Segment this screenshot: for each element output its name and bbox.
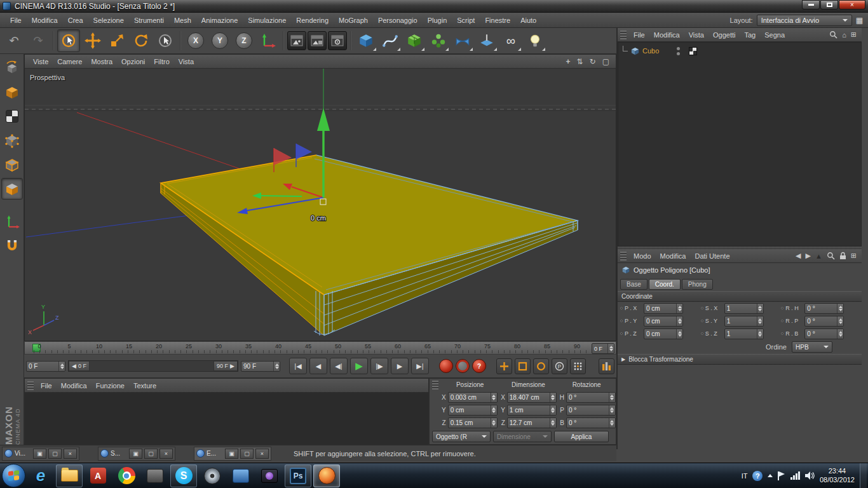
anim-dot[interactable] <box>781 307 783 309</box>
viewport-menu-item[interactable]: Filtro <box>149 58 173 65</box>
help-tray-icon[interactable]: ? <box>752 471 763 481</box>
material-list-area[interactable] <box>25 393 428 444</box>
position-x-field[interactable]: 0.003 cm <box>448 392 498 403</box>
render-settings-button[interactable] <box>328 31 347 50</box>
live-selection-button[interactable] <box>57 29 80 52</box>
coord-mode-select[interactable]: Oggetto (R <box>432 431 491 442</box>
rotation-h-field[interactable]: 0 ° <box>566 392 616 403</box>
record-point-level-toggle[interactable] <box>570 358 586 374</box>
py-field[interactable]: 0 cm <box>644 316 683 327</box>
window-app-icon[interactable] <box>227 464 254 487</box>
undock-button[interactable]: ▣ <box>225 449 238 459</box>
rotation-p-field[interactable]: 0 ° <box>566 405 616 416</box>
move-tool-button[interactable] <box>81 29 104 52</box>
zoom-view-icon[interactable]: ⇅ <box>577 57 583 66</box>
maximize-panel-button[interactable]: ▢ <box>48 449 62 459</box>
keyframe-selection-button[interactable]: ? <box>472 359 486 373</box>
current-frame-field[interactable]: 0 F <box>26 361 65 372</box>
new-panel-icon[interactable]: ⊞ <box>851 252 857 260</box>
menu-item[interactable]: Selezione <box>88 13 129 27</box>
range-start-handle[interactable]: ◀0 F <box>69 361 90 371</box>
rotate-view-icon[interactable]: ↻ <box>590 57 596 66</box>
viewport-menu-item[interactable]: Vista <box>174 58 198 65</box>
cinema4d-taskbar-icon[interactable] <box>313 464 340 487</box>
menu-item[interactable]: Crea <box>63 13 88 27</box>
texture-mode-button[interactable] <box>1 105 23 127</box>
anim-dot[interactable] <box>701 307 703 309</box>
object-menu-item[interactable]: Segna <box>760 31 789 39</box>
search-icon[interactable] <box>829 30 837 39</box>
menu-item[interactable]: Mesh <box>169 13 196 27</box>
size-x-field[interactable]: 18.407 cm <box>507 392 557 403</box>
object-name[interactable]: Cubo <box>642 47 659 55</box>
layout-grid-button[interactable]: ▦ <box>856 16 863 25</box>
size-z-field[interactable]: 12.7 cm <box>507 417 557 428</box>
goto-start-button[interactable]: |◀ <box>289 358 307 374</box>
record-keyframe-button[interactable] <box>439 359 453 373</box>
menu-item[interactable]: Script <box>452 13 480 27</box>
object-menu-item[interactable]: Modifica <box>649 31 684 39</box>
ordine-select[interactable]: HPB <box>792 341 832 353</box>
rotate-tool-button[interactable] <box>130 29 153 52</box>
home-icon[interactable]: ⌂ <box>842 31 846 39</box>
docked-window-tab[interactable]: S... ▣ ▢ × <box>98 447 175 461</box>
last-tool-button[interactable] <box>154 29 177 52</box>
undock-button[interactable]: ▣ <box>33 449 46 459</box>
next-key-button[interactable]: ▶ <box>391 358 409 374</box>
maximize-panel-button[interactable]: ▢ <box>240 449 254 459</box>
rb-field[interactable]: 0 ° <box>804 329 844 339</box>
model-mode-button[interactable] <box>1 81 23 103</box>
action-center-flag-icon[interactable] <box>778 471 785 480</box>
anim-dot[interactable] <box>781 320 783 322</box>
panel-grip[interactable] <box>620 252 627 261</box>
menu-item[interactable]: Finestre <box>480 13 515 27</box>
network-icon[interactable] <box>790 471 800 480</box>
previous-key-button[interactable]: ◀ <box>309 358 327 374</box>
snap-magnet-button[interactable] <box>1 235 23 257</box>
close-panel-button[interactable]: × <box>255 449 269 459</box>
anim-dot[interactable] <box>781 332 783 335</box>
material-menu-item[interactable]: File <box>36 382 57 390</box>
rotation-b-field[interactable]: 0 ° <box>566 417 616 428</box>
show-desktop-button[interactable] <box>860 463 867 488</box>
end-frame-field[interactable]: 90 F <box>241 361 280 372</box>
visibility-dots[interactable] <box>677 47 680 55</box>
panel-grip[interactable] <box>620 30 627 39</box>
history-forward-icon[interactable]: ▶ <box>805 252 810 260</box>
program-icon[interactable] <box>142 464 168 487</box>
sx-field[interactable]: 1 <box>724 303 764 314</box>
minimize-button[interactable] <box>802 0 820 10</box>
panel-grip[interactable] <box>27 381 34 390</box>
polygons-mode-button[interactable] <box>1 178 23 200</box>
redo-button[interactable]: ↷ <box>27 29 50 52</box>
timeline-layout-button[interactable] <box>599 358 614 374</box>
add-camera-button[interactable]: ∞ <box>499 29 522 52</box>
sz-field[interactable]: 1 <box>724 329 764 339</box>
frame-mini-field[interactable]: 0 F <box>592 343 614 354</box>
size-y-field[interactable]: 1 cm <box>507 405 557 416</box>
scale-tool-button[interactable] <box>105 29 128 52</box>
anim-dot[interactable] <box>701 332 703 335</box>
x-axis-lock-button[interactable]: X <box>184 29 207 52</box>
previous-frame-button[interactable]: ◀| <box>330 358 348 374</box>
menu-item[interactable]: File <box>5 13 27 27</box>
viewport-menu-item[interactable]: Mostra <box>86 58 117 65</box>
close-panel-button[interactable]: × <box>159 449 173 459</box>
attribute-menu-item[interactable]: Modifica <box>656 252 691 260</box>
add-mograph-button[interactable] <box>427 29 450 52</box>
add-primitive-button[interactable] <box>355 29 377 52</box>
layout-select[interactable]: Interfaccia di Avvio <box>757 15 852 26</box>
anim-dot[interactable] <box>620 332 623 335</box>
start-button[interactable] <box>2 464 25 487</box>
maximize-panel-button[interactable]: ▢ <box>144 449 158 459</box>
position-z-field[interactable]: 0.15 cm <box>448 417 498 428</box>
range-end-handle[interactable]: 90 F▶ <box>214 361 238 371</box>
close-panel-button[interactable]: × <box>64 449 77 459</box>
maximize-button[interactable] <box>820 0 838 10</box>
material-menu-item[interactable]: Modifica <box>57 382 92 390</box>
add-light-button[interactable] <box>524 29 546 52</box>
object-tree[interactable]: Cubo <box>618 42 862 247</box>
y-axis-lock-button[interactable]: Y <box>208 29 231 52</box>
texture-tag-icon[interactable] <box>689 47 697 55</box>
position-y-field[interactable]: 0 cm <box>448 405 498 416</box>
